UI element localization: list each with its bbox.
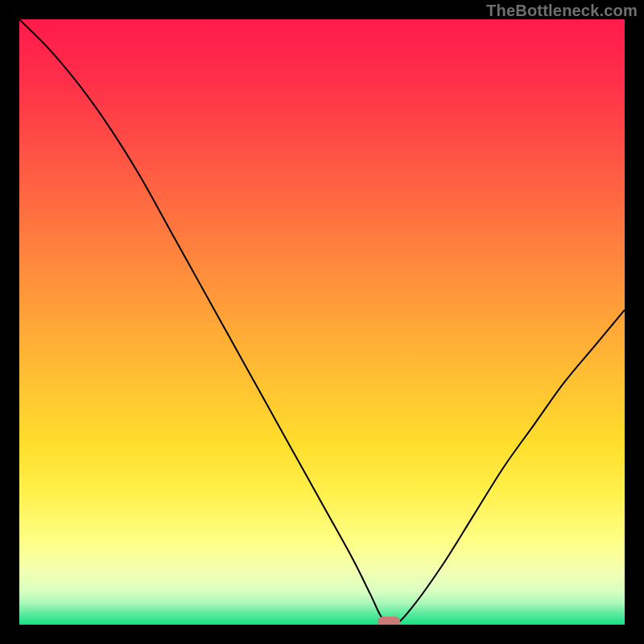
optimal-marker (378, 617, 400, 625)
plot-area (19, 19, 625, 625)
attribution-label: TheBottleneck.com (486, 2, 638, 20)
bottleneck-curve (19, 19, 625, 625)
chart-frame: TheBottleneck.com (0, 0, 644, 644)
